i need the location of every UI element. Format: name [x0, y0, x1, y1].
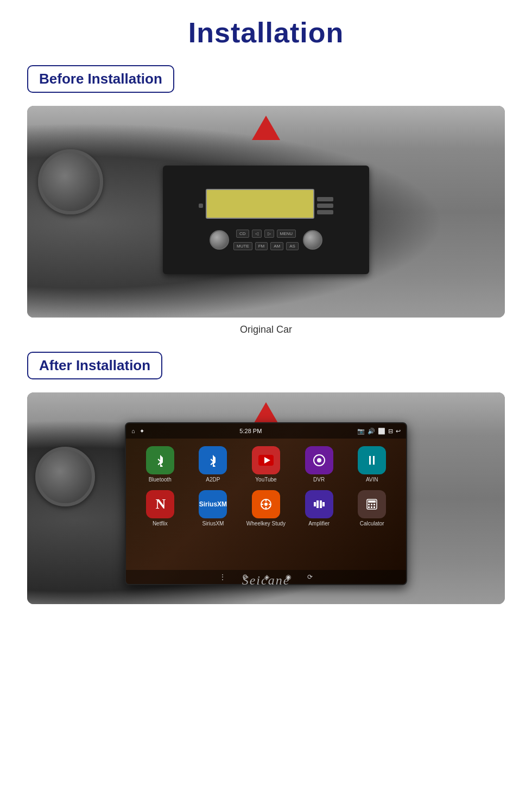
- svg-rect-18: [373, 504, 375, 505]
- svg-rect-21: [373, 506, 375, 508]
- svg-rect-16: [368, 504, 370, 505]
- after-installation-label: After Installation: [39, 357, 150, 374]
- app-dvr[interactable]: DVR: [296, 446, 343, 483]
- svg-rect-13: [322, 502, 325, 506]
- wifi-icon: ✦: [140, 428, 144, 435]
- radio-display: [206, 189, 314, 219]
- statusbar-right-icons: 📷 🔊 ⬜ ⊟ ↩: [357, 428, 401, 435]
- a2dp-label: A2DP: [206, 477, 220, 483]
- youtube-label: YouTube: [255, 477, 276, 483]
- hazard-triangle-before: [252, 116, 280, 140]
- avin-icon: [358, 446, 386, 474]
- original-radio-unit: CD ◁ ▷ MENU MUTE FM AM AS: [163, 166, 369, 274]
- amplifier-icon: [305, 490, 333, 518]
- app-amplifier[interactable]: Amplifier: [296, 490, 343, 526]
- back-btn: ◁: [252, 230, 262, 238]
- radio-knob-right: [303, 230, 322, 250]
- netflix-label: Netflix: [153, 521, 168, 526]
- mute-btn: MUTE: [233, 242, 252, 250]
- fm-btn: FM: [255, 242, 268, 250]
- android-screen: ⌂ ✦ 5:28 PM 📷 🔊 ⬜ ⊟ ↩: [125, 422, 407, 585]
- radio-knob-left: [210, 230, 229, 250]
- app-grid-row1: Bluetooth A2DP: [126, 439, 406, 490]
- signal-icon: ⊟: [388, 428, 393, 435]
- svg-point-3: [317, 458, 321, 462]
- steering-wheel-before: [38, 149, 103, 214]
- svg-rect-15: [368, 500, 376, 503]
- menu-icon[interactable]: ⋮: [219, 573, 226, 581]
- svg-rect-11: [316, 500, 319, 508]
- svg-rect-20: [371, 506, 372, 508]
- bluetooth-icon: [146, 446, 174, 474]
- bluetooth-label: Bluetooth: [149, 477, 172, 483]
- dvr-label: DVR: [313, 477, 325, 483]
- battery-icon: ⬜: [378, 428, 385, 435]
- android-statusbar: ⌂ ✦ 5:28 PM 📷 🔊 ⬜ ⊟ ↩: [126, 423, 406, 439]
- app-bluetooth[interactable]: Bluetooth: [137, 446, 183, 483]
- statusbar-left-icons: ⌂ ✦: [131, 428, 144, 435]
- after-interior: ⌂ ✦ 5:28 PM 📷 🔊 ⬜ ⊟ ↩: [27, 392, 505, 604]
- wheelkey-label: Wheelkey Study: [246, 521, 286, 526]
- after-car-image: ⌂ ✦ 5:28 PM 📷 🔊 ⬜ ⊟ ↩: [27, 392, 505, 604]
- app-grid-row2: N Netflix SiriusXM SiriusXM: [126, 490, 406, 534]
- reset-icon[interactable]: ⟳: [307, 573, 313, 581]
- siriusxm-icon: SiriusXM: [199, 490, 227, 518]
- svg-rect-19: [368, 506, 370, 508]
- youtube-icon: [252, 446, 280, 474]
- wheelkey-icon: [252, 490, 280, 518]
- avin-label: AVIN: [366, 477, 378, 483]
- home-icon: ⌂: [131, 428, 135, 434]
- svg-rect-12: [320, 500, 322, 508]
- app-youtube[interactable]: YouTube: [243, 446, 289, 483]
- as-btn: AS: [286, 242, 299, 250]
- am-btn: AM: [270, 242, 283, 250]
- before-installation-label: Before Installation: [39, 71, 162, 87]
- svg-rect-10: [314, 502, 316, 506]
- calculator-label: Calculator: [360, 521, 384, 526]
- radio-controls: CD ◁ ▷ MENU MUTE FM AM AS: [210, 229, 322, 251]
- steering-wheel-after: [35, 447, 95, 506]
- camera-icon: 📷: [357, 428, 365, 435]
- before-car-image: CD ◁ ▷ MENU MUTE FM AM AS: [27, 106, 505, 318]
- calculator-icon: [358, 490, 386, 518]
- app-a2dp[interactable]: A2DP: [190, 446, 237, 483]
- a2dp-icon: [199, 446, 227, 474]
- before-installation-badge: Before Installation: [27, 65, 174, 93]
- svg-point-5: [264, 503, 268, 506]
- menu-btn: MENU: [277, 230, 296, 238]
- app-netflix[interactable]: N Netflix: [137, 490, 183, 526]
- before-caption: Original Car: [240, 324, 292, 335]
- svg-rect-17: [371, 504, 372, 505]
- before-interior: CD ◁ ▷ MENU MUTE FM AM AS: [27, 106, 505, 318]
- siriusxm-label: SiriusXM: [202, 521, 224, 526]
- volume-icon: 🔊: [368, 428, 375, 435]
- app-siriusxm[interactable]: SiriusXM SiriusXM: [190, 490, 237, 526]
- after-installation-badge: After Installation: [27, 352, 162, 379]
- fwd-btn: ▷: [264, 230, 274, 238]
- amplifier-label: Amplifier: [308, 521, 330, 526]
- app-wheelkey[interactable]: Wheelkey Study: [243, 490, 289, 526]
- seicane-brand: Seicane: [242, 573, 290, 588]
- netflix-icon: N: [146, 490, 174, 518]
- cd-btn: CD: [236, 230, 249, 238]
- app-calculator[interactable]: Calculator: [349, 490, 395, 526]
- dvr-icon: [305, 446, 333, 474]
- statusbar-time: 5:28 PM: [239, 428, 262, 434]
- back-nav-icon: ↩: [396, 428, 401, 435]
- page-title: Installation: [188, 16, 344, 49]
- app-avin[interactable]: AVIN: [349, 446, 395, 483]
